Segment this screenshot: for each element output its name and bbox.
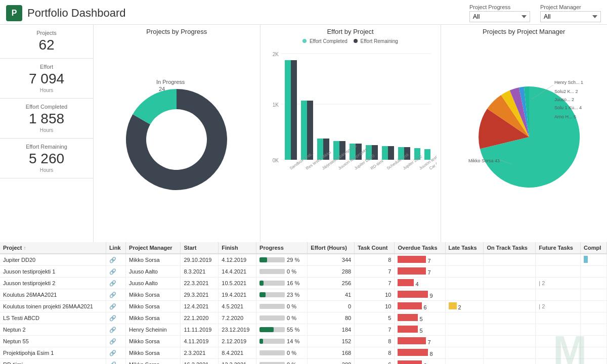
- cell-finish: 8.4.2021: [219, 347, 256, 359]
- progress-filter-label: Project Progress: [469, 4, 530, 10]
- cell-overdue: 8: [395, 347, 445, 359]
- legend-remaining: Effort Remaining: [354, 38, 398, 44]
- legend-remaining-dot: [354, 39, 358, 43]
- link-icon[interactable]: 🔗: [109, 338, 116, 344]
- effort-remaining-unit: Hours: [6, 167, 87, 173]
- bar-chart-svg: 2K 1K 0K: [265, 46, 437, 213]
- cell-finish: 4.5.2021: [219, 301, 256, 312]
- cell-complete: [580, 278, 606, 289]
- cell-link[interactable]: 🔗: [106, 289, 125, 301]
- cell-tasks: 8: [355, 336, 395, 347]
- cell-manager: Henry Scheinin: [126, 324, 181, 336]
- col-future[interactable]: Future Tasks: [536, 242, 581, 254]
- cell-progress: 0 %: [256, 266, 308, 278]
- cell-progress: 0 %: [256, 347, 308, 359]
- cell-finish: 19.4.2021: [219, 289, 256, 301]
- cell-project: RD-tiimi: [0, 359, 106, 365]
- effort-completed-unit: Hours: [6, 127, 87, 133]
- projects-table: Project ↑ Link Project Manager Start Fin…: [0, 242, 607, 364]
- cell-manager: Mikko Sorsa: [126, 312, 181, 324]
- page-title: Portfolio Dashboard: [27, 7, 125, 20]
- cell-effort: 280: [308, 359, 355, 365]
- cell-link[interactable]: 🔗: [106, 347, 125, 359]
- link-icon[interactable]: 🔗: [109, 292, 116, 298]
- cell-progress: 16 %: [256, 278, 308, 289]
- cell-future: [536, 359, 581, 365]
- table-header-row: Project ↑ Link Project Manager Start Fin…: [0, 242, 607, 254]
- cell-start: 2.3.2021: [181, 347, 219, 359]
- col-start[interactable]: Start: [181, 242, 219, 254]
- cell-overdue: 5: [395, 324, 445, 336]
- cell-complete: [580, 289, 606, 301]
- cell-project: LS Testi ABCD: [0, 312, 106, 324]
- manager-filter-select[interactable]: All: [540, 11, 601, 22]
- cell-overdue: 9: [395, 289, 445, 301]
- link-icon[interactable]: 🔗: [109, 280, 116, 286]
- cell-late: [445, 289, 484, 301]
- table-row: Juuson testiprojekti 2 🔗 Juuso Aalto 22.…: [0, 278, 607, 289]
- table-row: Koulutus toinen projekti 26MAA2021 🔗 Mik…: [0, 301, 607, 312]
- col-tasks[interactable]: Task Count: [355, 242, 395, 254]
- cell-link[interactable]: 🔗: [106, 359, 125, 365]
- col-project[interactable]: Project ↑: [0, 242, 106, 254]
- overdue-bar: [398, 291, 428, 298]
- link-icon[interactable]: 🔗: [109, 268, 116, 275]
- col-effort[interactable]: Effort (Hours): [308, 242, 355, 254]
- cell-start: 29.3.2021: [181, 289, 219, 301]
- link-icon[interactable]: 🔗: [109, 257, 116, 263]
- cell-link[interactable]: 🔗: [106, 266, 125, 278]
- cell-link[interactable]: 🔗: [106, 254, 125, 266]
- col-link[interactable]: Link: [106, 242, 125, 254]
- svg-text:Arno H... 5: Arno H... 5: [554, 114, 576, 119]
- cell-tasks: 10: [355, 301, 395, 312]
- cell-project: Koulutus 26MAA2021: [0, 289, 106, 301]
- cell-finish: 14.4.2021: [219, 266, 256, 278]
- cell-link[interactable]: 🔗: [106, 301, 125, 312]
- cell-effort: 288: [308, 266, 355, 278]
- table-row: Jupiter DD20 🔗 Mikko Sorsa 29.10.2019 4.…: [0, 254, 607, 266]
- cell-project: Neptun 55: [0, 336, 106, 347]
- cell-project: Neptun 2: [0, 324, 106, 336]
- svg-rect-18: [382, 146, 388, 160]
- complete-bar: [584, 256, 588, 263]
- logo-area: P Portfolio Dashboard: [6, 5, 125, 21]
- col-progress[interactable]: Progress: [256, 242, 308, 254]
- col-overdue[interactable]: Overdue Tasks: [395, 242, 445, 254]
- cell-link[interactable]: 🔗: [106, 312, 125, 324]
- cell-complete: [580, 336, 606, 347]
- cell-link[interactable]: 🔗: [106, 324, 125, 336]
- donut-chart: In Progress 24 Not Started 38: [106, 38, 247, 210]
- svg-rect-19: [388, 146, 394, 160]
- col-ontrack[interactable]: On Track Tasks: [484, 242, 536, 254]
- svg-rect-8: [301, 101, 307, 160]
- table-row: Juuson testiprojekti 1 🔗 Juuso Aalto 8.3…: [0, 266, 607, 278]
- col-finish[interactable]: Finish: [219, 242, 256, 254]
- cell-ontrack: [484, 278, 536, 289]
- cell-complete: [580, 347, 606, 359]
- cell-link[interactable]: 🔗: [106, 336, 125, 347]
- cell-effort: 168: [308, 347, 355, 359]
- link-icon[interactable]: 🔗: [109, 361, 116, 365]
- top-section: Projects 62 Effort 7 094 Hours Effort Co…: [0, 25, 607, 242]
- cell-progress: 0 %: [256, 359, 308, 365]
- cell-overdue: 7: [395, 336, 445, 347]
- cell-link[interactable]: 🔗: [106, 278, 125, 289]
- link-icon[interactable]: 🔗: [109, 303, 116, 309]
- link-icon[interactable]: 🔗: [109, 315, 116, 321]
- cell-start: 16.2.2021: [181, 359, 219, 365]
- cell-late: [445, 324, 484, 336]
- in-progress-value: 24: [159, 86, 165, 92]
- col-late[interactable]: Late Tasks: [445, 242, 484, 254]
- col-complete[interactable]: Compl: [580, 242, 606, 254]
- pie-chart-title: Projects by Project Manager: [483, 28, 565, 35]
- col-manager[interactable]: Project Manager: [126, 242, 181, 254]
- table-row: Neptun 2 🔗 Henry Scheinin 11.11.2019 23.…: [0, 324, 607, 336]
- manager-filter-group: Project Manager All: [540, 4, 601, 22]
- progress-filter-select[interactable]: All: [469, 11, 530, 22]
- effort-unit: Hours: [6, 87, 87, 93]
- cell-late: [445, 312, 484, 324]
- cell-future: [536, 266, 581, 278]
- effort-remaining-value: 5 260: [6, 151, 87, 167]
- link-icon[interactable]: 🔗: [109, 327, 116, 333]
- link-icon[interactable]: 🔗: [109, 350, 116, 356]
